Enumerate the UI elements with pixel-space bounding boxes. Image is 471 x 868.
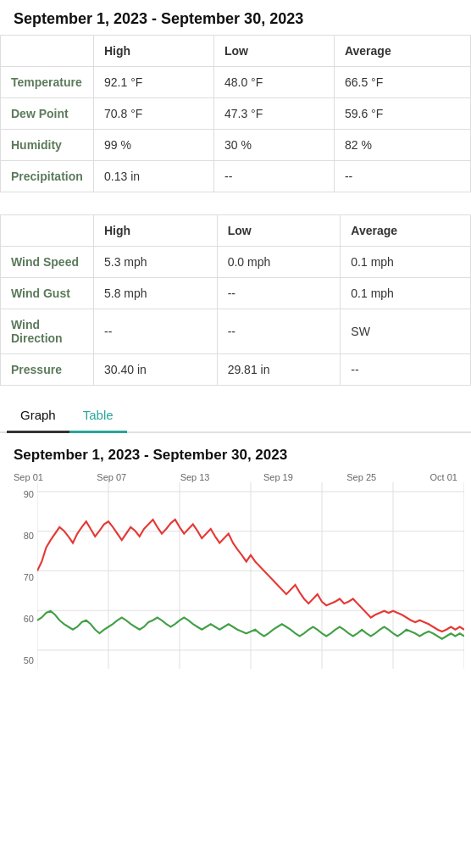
tab-table[interactable]: Table	[69, 399, 127, 433]
row-label: Wind Gust	[1, 278, 94, 309]
row-label: Temperature	[1, 67, 94, 98]
row-low: --	[217, 309, 341, 354]
table-row: Precipitation 0.13 in -- --	[1, 161, 471, 192]
table-row: Wind Direction -- -- SW	[1, 309, 471, 354]
x-label-6: Oct 01	[430, 472, 457, 482]
row-avg: 82 %	[334, 130, 470, 161]
row-avg: 66.5 °F	[334, 67, 470, 98]
row-label: Pressure	[1, 354, 94, 386]
x-label-1: Sep 01	[14, 472, 43, 482]
row-low: 47.3 °F	[213, 98, 334, 130]
row-label: Wind Direction	[1, 309, 94, 354]
row-low: 30 %	[213, 130, 334, 161]
row-high: --	[94, 309, 218, 354]
row-low: 48.0 °F	[213, 67, 334, 98]
date-header-1: September 1, 2023 - September 30, 2023	[0, 0, 471, 35]
x-label-3: Sep 13	[180, 472, 210, 482]
x-label-5: Sep 25	[346, 472, 376, 482]
y-label-70: 70	[14, 572, 34, 582]
row-label: Dew Point	[1, 98, 94, 130]
row-avg: --	[341, 354, 471, 386]
table-row: Pressure 30.40 in 29.81 in --	[1, 354, 471, 386]
row-high: 5.8 mph	[94, 278, 218, 309]
row-label: Precipitation	[1, 161, 94, 192]
col-label-1	[1, 36, 94, 67]
y-label-80: 80	[14, 531, 34, 541]
row-high: 5.3 mph	[94, 247, 218, 278]
chart-x-axis: Sep 01 Sep 07 Sep 13 Sep 19 Sep 25 Oct 0…	[7, 470, 464, 482]
col-high-1: High	[94, 36, 214, 67]
row-low: 29.81 in	[217, 354, 341, 386]
x-label-4: Sep 19	[263, 472, 293, 482]
row-avg: SW	[341, 309, 471, 354]
table-row: Wind Gust 5.8 mph -- 0.1 mph	[1, 278, 471, 309]
temperature-chart	[37, 482, 464, 669]
weather-table-1: High Low Average Temperature 92.1 °F 48.…	[0, 35, 471, 192]
row-high: 92.1 °F	[94, 67, 214, 98]
row-avg: --	[334, 161, 470, 192]
weather-table-2: High Low Average Wind Speed 5.3 mph 0.0 …	[0, 214, 471, 386]
row-high: 70.8 °F	[94, 98, 214, 130]
chart-date-header: September 1, 2023 - September 30, 2023	[7, 443, 464, 470]
col-avg-2: Average	[341, 215, 471, 247]
col-label-2	[1, 215, 94, 247]
row-avg: 0.1 mph	[341, 278, 471, 309]
row-high: 30.40 in	[94, 354, 218, 386]
col-avg-1: Average	[334, 36, 470, 67]
row-label: Wind Speed	[1, 247, 94, 278]
tab-graph[interactable]: Graph	[7, 399, 69, 433]
y-label-90: 90	[14, 489, 34, 499]
row-low: 0.0 mph	[217, 247, 341, 278]
chart-svg-container	[37, 482, 464, 669]
table-row: Wind Speed 5.3 mph 0.0 mph 0.1 mph	[1, 247, 471, 278]
col-high-2: High	[94, 215, 218, 247]
row-low: --	[217, 278, 341, 309]
row-high: 0.13 in	[94, 161, 214, 192]
x-label-2: Sep 07	[97, 472, 126, 482]
chart-section: September 1, 2023 - September 30, 2023 S…	[0, 443, 471, 669]
row-low: --	[213, 161, 334, 192]
row-high: 99 %	[94, 130, 214, 161]
table-row: Humidity 99 % 30 % 82 %	[1, 130, 471, 161]
tabs-bar: Graph Table	[0, 399, 471, 433]
col-low-1: Low	[213, 36, 334, 67]
y-label-60: 60	[14, 614, 34, 624]
table-row: Temperature 92.1 °F 48.0 °F 66.5 °F	[1, 67, 471, 98]
row-avg: 0.1 mph	[341, 247, 471, 278]
row-avg: 59.6 °F	[334, 98, 470, 130]
row-label: Humidity	[1, 130, 94, 161]
col-low-2: Low	[217, 215, 341, 247]
table-row: Dew Point 70.8 °F 47.3 °F 59.6 °F	[1, 98, 471, 130]
chart-y-axis: 90 80 70 60 50	[7, 482, 37, 669]
y-label-50: 50	[14, 655, 34, 665]
